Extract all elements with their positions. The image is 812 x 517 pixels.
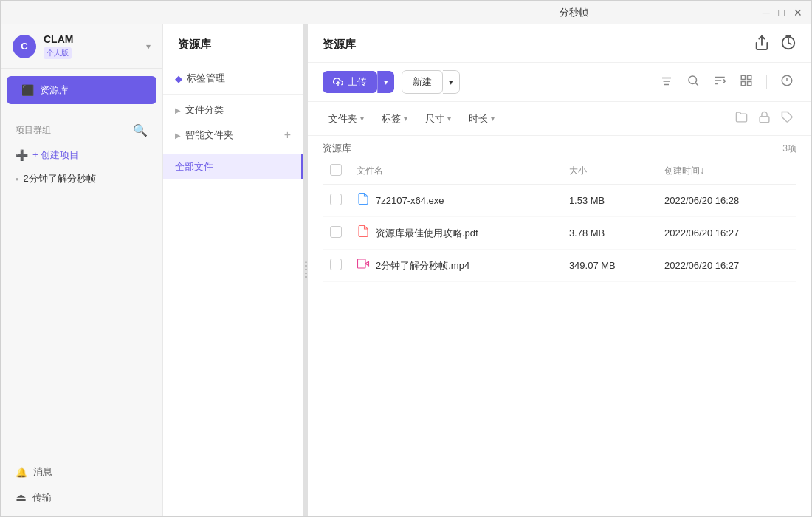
row-created-cell: 2022/06/20 16:27 (657, 250, 796, 282)
file-name: 2分钟了解分秒帧.mp4 (376, 259, 469, 273)
svg-rect-15 (748, 82, 751, 86)
svg-rect-21 (358, 259, 366, 268)
row-checkbox-1[interactable] (330, 226, 342, 238)
row-checkbox-cell (323, 217, 349, 250)
arrow-right-icon-1: ▶ (175, 106, 181, 114)
info-icon[interactable] (777, 71, 796, 93)
row-checkbox-2[interactable] (330, 258, 342, 270)
select-all-checkbox[interactable] (330, 164, 342, 176)
panel-items: ◆ 标签管理 ▶ 文件分类 ▶ 智能文件夹 + 全部文件 (163, 61, 303, 184)
svg-line-8 (695, 83, 698, 85)
file-name: 7z2107-x64.exe (376, 195, 444, 206)
diamond-icon: ◆ (175, 73, 182, 84)
filter-folder-button[interactable]: 文件夹 ▾ (323, 109, 370, 129)
projects-search-button[interactable]: 🔍 (133, 123, 148, 137)
minimize-button[interactable]: ─ (763, 7, 770, 18)
pdf-file-icon (357, 225, 370, 242)
sidebar-item-resources-label: 资源库 (40, 83, 69, 97)
filter-icon[interactable] (657, 72, 676, 93)
file-table: 文件名 大小 创建时间↓ (323, 158, 796, 282)
upload-button[interactable]: 上传 (323, 71, 377, 93)
lock-icon[interactable] (755, 108, 774, 129)
filter-bar: 文件夹 ▾ 标签 ▾ 尺寸 ▾ 时长 ▾ (308, 102, 811, 136)
svg-rect-14 (741, 82, 745, 86)
svg-rect-19 (760, 117, 769, 123)
new-dropdown-button[interactable]: ▾ (443, 70, 460, 94)
share-icon[interactable] (754, 35, 770, 55)
avatar: C (13, 35, 36, 58)
drag-dots (305, 261, 307, 279)
upload-dropdown-button[interactable]: ▾ (377, 71, 394, 93)
folder-icon[interactable] (732, 108, 751, 129)
titlebar-controls: ─ □ ✕ (763, 7, 802, 18)
sidebar-item-transfer[interactable]: ⏏ 传输 (1, 485, 162, 510)
filter-size-button[interactable]: 尺寸 ▾ (419, 109, 457, 129)
new-button-group: 新建 ▾ (402, 70, 460, 94)
panel-divider-1 (163, 94, 303, 95)
file-name-group: 2分钟了解分秒帧.mp4 (357, 257, 554, 274)
titlebar: 分秒帧 ─ □ ✕ (1, 1, 811, 24)
filter-tags-button[interactable]: 标签 ▾ (376, 109, 413, 129)
panel-item-tags[interactable]: ◆ 标签管理 (163, 66, 303, 91)
table-row[interactable]: 7z2107-x64.exe 1.53 MB 2022/06/20 16:28 (323, 185, 796, 217)
project-item-1[interactable]: ▪ 2分钟了解分秒帧 (1, 167, 162, 191)
upload-button-group: 上传 ▾ (323, 71, 394, 93)
file-list: 资源库 3项 文件名 (308, 136, 811, 516)
svg-rect-12 (741, 75, 745, 79)
row-name-cell: 2分钟了解分秒帧.mp4 (349, 250, 562, 282)
bell-icon: 🔔 (16, 467, 27, 478)
create-project-button[interactable]: ➕ + 创建项目 (1, 143, 162, 167)
content-title: 资源库 (323, 38, 356, 52)
filter-right-icons (732, 108, 796, 129)
panel-item-all-files[interactable]: 全部文件 (163, 154, 303, 179)
svg-marker-22 (365, 261, 369, 266)
sidebar-item-resources[interactable]: ⬛ 资源库 (7, 76, 156, 104)
sidebar-bottom: 🔔 消息 ⏏ 传输 (1, 453, 162, 516)
sort-by-name[interactable]: 文件名 (357, 165, 554, 177)
file-name: 资源库最佳使用攻略.pdf (376, 227, 478, 240)
close-button[interactable]: ✕ (794, 7, 802, 18)
table-row[interactable]: 资源库最佳使用攻略.pdf 3.78 MB 2022/06/20 16:27 (323, 217, 796, 250)
th-checkbox (323, 158, 349, 185)
sort-by-created[interactable]: 创建时间↓ (664, 165, 789, 177)
panel-item-smart-folders[interactable]: ▶ 智能文件夹 + (163, 123, 303, 148)
user-header[interactable]: C CLAM 个人版 ▾ (1, 24, 162, 69)
resources-icon: ⬛ (21, 84, 34, 96)
row-size-cell: 349.07 MB (562, 250, 657, 282)
projects-section: 项目群组 🔍 ➕ + 创建项目 ▪ 2分钟了解分秒帧 (1, 112, 162, 194)
middle-panel: 资源库 ◆ 标签管理 ▶ 文件分类 ▶ 智能文件夹 + 全部文件 (163, 24, 303, 516)
file-name-group: 资源库最佳使用攻略.pdf (357, 225, 554, 242)
row-checkbox-0[interactable] (330, 194, 342, 205)
toolbar: 上传 ▾ 新建 ▾ (308, 63, 811, 102)
sort-by-size[interactable]: 大小 (569, 165, 650, 177)
row-checkbox-cell (323, 185, 349, 217)
add-project-icon: ➕ (16, 149, 28, 161)
row-name-cell: 资源库最佳使用攻略.pdf (349, 217, 562, 250)
table-row[interactable]: 2分钟了解分秒帧.mp4 349.07 MB 2022/06/20 16:27 (323, 250, 796, 282)
user-info: CLAM 个人版 (44, 33, 139, 59)
row-size-cell: 3.78 MB (562, 217, 657, 250)
maximize-button[interactable]: □ (779, 7, 785, 18)
th-name: 文件名 (349, 158, 562, 185)
svg-rect-13 (748, 75, 751, 79)
file-table-body: 7z2107-x64.exe 1.53 MB 2022/06/20 16:28 … (323, 185, 796, 282)
row-created-cell: 2022/06/20 16:28 (657, 185, 796, 217)
filter-duration-button[interactable]: 时长 ▾ (463, 109, 500, 129)
file-list-header: 资源库 3项 (323, 136, 796, 158)
panel-item-file-categories[interactable]: ▶ 文件分类 (163, 97, 303, 123)
timer-icon[interactable] (780, 35, 796, 55)
user-name: CLAM (44, 33, 139, 45)
sidebar-item-messages[interactable]: 🔔 消息 (1, 459, 162, 485)
tag-icon[interactable] (778, 108, 796, 129)
add-smart-folder-button[interactable]: + (284, 129, 291, 142)
search-icon[interactable] (684, 71, 703, 93)
exe-file-icon (357, 192, 370, 209)
svg-point-7 (689, 76, 697, 84)
new-button[interactable]: 新建 (402, 70, 443, 94)
content-area: 资源库 (308, 24, 811, 516)
file-count: 3项 (782, 143, 796, 155)
grid-icon[interactable] (737, 71, 756, 93)
sort-icon[interactable] (710, 71, 729, 93)
titlebar-title: 分秒帧 (386, 6, 763, 19)
upload-icon (333, 77, 343, 87)
